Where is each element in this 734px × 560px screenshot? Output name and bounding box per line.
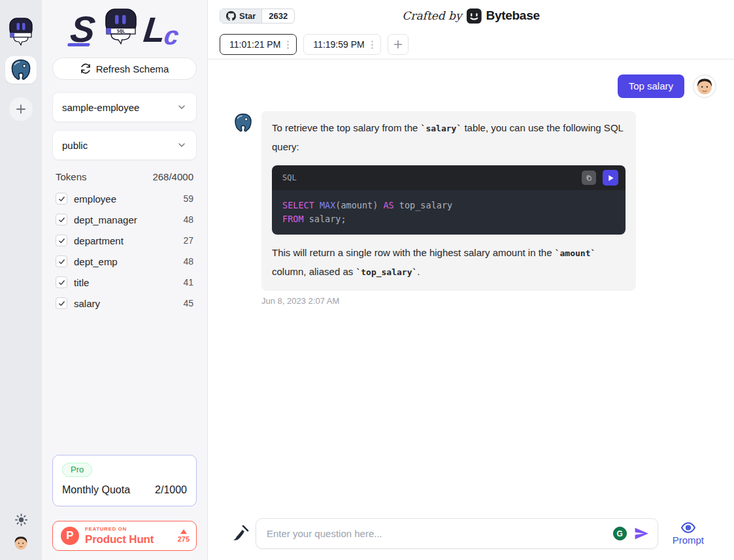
sqlchat-logo: S SQL L c [52,1,197,58]
table-token-count: 59 [183,193,193,204]
table-row: title41 [52,272,197,293]
product-hunt-letter: P [66,529,73,542]
star-count: 2632 [262,9,294,23]
crafted-by-text: Crafted by [402,9,461,22]
table-row: salary45 [52,293,197,314]
table-checkbox[interactable] [56,193,67,205]
tab-bar: 11:01:21 PM11:19:59 PM [220,34,722,59]
connection-rail [0,0,42,560]
crafted-by-link[interactable]: Crafted by Bytebase [402,8,539,24]
table-row: dept_manager48 [52,209,197,230]
question-input-wrap[interactable]: G [256,518,658,549]
product-hunt-text: FEATURED ON Product Hunt [85,527,172,545]
quota-label: Monthly Quota [62,484,130,496]
github-star-left: Star [220,9,262,23]
tokens-label: Tokens [56,171,87,182]
table-name: dept_emp [74,256,183,267]
code-block-header: SQL [272,165,626,190]
chat-area: Top salary To retr [208,59,734,518]
account-avatar[interactable] [12,534,30,552]
user-message-row: Top salary [233,74,716,98]
pro-badge: Pro [62,463,92,477]
table-checkbox[interactable] [56,276,67,288]
grammarly-letter: G [616,529,622,538]
upvote-number: 275 [178,535,190,543]
database-select-value: sample-employee [62,102,139,113]
user-message-bubble: Top salary [618,74,684,98]
github-star-button[interactable]: Star 2632 [220,8,295,24]
postgres-avatar [233,112,254,133]
upvote-triangle-icon [180,529,187,534]
prompt-button[interactable]: Prompt [669,521,708,546]
code-line: SELECT MAX(amount) AS top_salary [282,199,615,212]
table-token-count: 45 [183,298,193,308]
table-checkbox[interactable] [56,235,67,246]
star-label: Star [239,11,256,21]
sun-icon [14,513,28,527]
send-button[interactable] [633,525,658,542]
chevron-down-icon [176,102,187,112]
copy-code-button[interactable] [582,171,596,185]
tab-menu-icon[interactable] [285,39,291,50]
run-query-button[interactable] [603,170,618,186]
table-row: dept_emp48 [52,251,197,272]
quota-value: 2/1000 [155,484,187,496]
clipboard-icon [586,174,592,182]
inline-code: `amount` [555,248,596,258]
tab-label: 11:19:59 PM [313,39,364,50]
table-name: title [74,277,183,288]
schema-select-value: public [62,140,88,151]
user-avatar [693,74,716,98]
tab-label: 11:01:21 PM [229,39,280,50]
table-checkbox[interactable] [56,214,67,225]
assistant-message-row: To retrieve the top salary from the `sal… [233,111,716,306]
table-token-count: 27 [183,235,193,246]
assistant-message-bubble: To retrieve the top salary from the `sal… [261,111,636,291]
table-name: salary [74,298,183,309]
connection-postgres-active[interactable] [5,56,37,84]
sqlchat-bot-icon[interactable] [8,17,34,48]
play-icon [607,174,614,182]
product-hunt-badge[interactable]: P FEATURED ON Product Hunt 275 [52,521,197,551]
sidebar: S SQL L c [42,0,208,560]
sqlchat-app: S SQL L c [0,0,734,560]
github-icon [226,11,236,21]
table-row: department27 [52,230,197,251]
prompt-label: Prompt [673,535,704,546]
text-segment: . [417,266,420,277]
table-row: employee59 [52,188,197,209]
send-icon [633,525,650,542]
main-area: Star 2632 Crafted by Bytebase 11:01: [208,0,734,560]
schema-select[interactable]: public [52,130,197,160]
chat-header: Star 2632 Crafted by Bytebase 11:01: [208,0,734,59]
refresh-schema-label: Refresh Schema [96,63,169,74]
sql-code-block: SQL [272,165,626,235]
broom-icon [232,524,250,543]
tab-menu-icon[interactable] [369,39,375,50]
add-connection-button[interactable] [9,97,33,121]
postgres-icon [9,58,33,82]
quota-card[interactable]: Pro Monthly Quota 2/1000 [52,455,197,506]
question-input[interactable] [256,528,613,539]
table-name: dept_manager [74,214,183,225]
table-name: department [74,235,183,246]
refresh-icon [80,63,91,74]
chat-tab[interactable]: 11:01:21 PM [220,34,297,55]
code-lines: SELECT MAX(amount) AS top_salaryFROM sal… [272,190,626,235]
chat-tab[interactable]: 11:19:59 PM [303,34,380,55]
user-face-icon [12,534,30,552]
table-checkbox[interactable] [56,297,67,309]
table-checkbox[interactable] [56,255,67,267]
grammarly-icon[interactable]: G [613,527,627,540]
tokens-value: 268/4000 [152,171,193,182]
assistant-paragraph: This will return a single row with the h… [272,244,626,282]
refresh-schema-button[interactable]: Refresh Schema [52,58,197,80]
new-conversation-button[interactable] [388,34,409,55]
theme-toggle-button[interactable] [14,513,28,527]
text-segment: To retrieve the top salary from the [272,122,421,133]
inline-code: `top_salary` [356,267,417,277]
text-segment: column, aliased as [272,266,356,277]
database-select[interactable]: sample-employee [52,92,197,122]
clear-conversation-button[interactable] [232,524,250,543]
bytebase-wordmark: Bytebase [486,8,540,23]
